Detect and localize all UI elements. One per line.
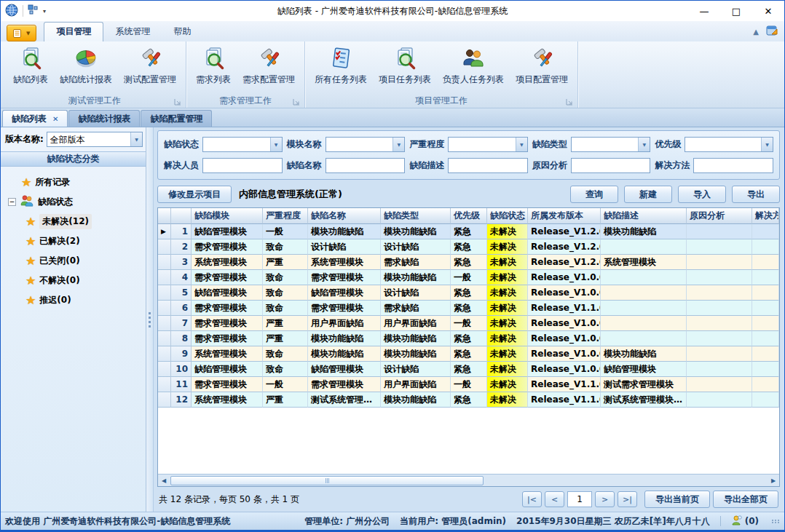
- ribbon-tab-1[interactable]: 项目管理: [44, 22, 103, 41]
- ribbon-button-1-3[interactable]: 测试配置管理: [119, 44, 181, 87]
- next-page-button[interactable]: >: [595, 491, 615, 507]
- column-header-10[interactable]: 解决方法: [752, 208, 779, 224]
- tree-expander-icon[interactable]: −: [8, 198, 16, 206]
- close-button[interactable]: ✕: [752, 1, 784, 20]
- tree-leaf-5[interactable]: ★推迟(0): [25, 290, 143, 310]
- column-header-8[interactable]: 缺陷描述: [601, 208, 687, 224]
- table-row[interactable]: 3系统管理模块严重系统管理模块需求缺陷紧急未解决Release_V1.2.0系统…: [158, 255, 779, 270]
- horizontal-scrollbar[interactable]: ◀ ▶: [158, 474, 779, 486]
- column-header-1[interactable]: 缺陷模块: [192, 208, 263, 224]
- filter-input-2-5[interactable]: [693, 158, 773, 173]
- tree-node-2[interactable]: −缺陷状态: [8, 192, 143, 212]
- filter-combobox-1-2[interactable]: [326, 137, 406, 152]
- table-row[interactable]: 11需求管理模块一般需求管理模块用户界面缺陷一般未解决Release_V1.1.…: [158, 377, 779, 392]
- table-row[interactable]: ▶1缺陷管理模块一般模块功能缺陷模块功能缺陷紧急未解决Release_V1.2.…: [158, 224, 779, 239]
- cell-缺陷类型: 设计缺陷: [381, 239, 451, 255]
- search-doc-icon: [393, 47, 417, 72]
- launcher-icon[interactable]: [174, 98, 181, 108]
- filter-input-2-1[interactable]: [202, 158, 283, 173]
- chevron-down-icon[interactable]: [130, 132, 142, 146]
- cell-严重程度: 致命: [263, 270, 308, 285]
- table-row[interactable]: 8需求管理模块严重模块功能缺陷模块功能缺陷紧急未解决Release_V1.0.0: [158, 331, 779, 346]
- application-menu-button[interactable]: ▼: [7, 25, 36, 41]
- help-window-icon[interactable]: [766, 25, 778, 39]
- tree-leaf-1[interactable]: ★未解决(12): [25, 212, 143, 231]
- column-header-6[interactable]: 缺陷状态: [487, 208, 528, 224]
- chevron-down-icon[interactable]: [638, 138, 650, 151]
- table-row[interactable]: 4需求管理模块致命需求管理模块模块功能缺陷一般未解决Release_V1.0.0: [158, 270, 779, 285]
- version-combobox[interactable]: 全部版本: [47, 132, 143, 147]
- maximize-button[interactable]: □: [720, 1, 752, 20]
- collapse-ribbon-icon[interactable]: ▲: [753, 28, 759, 36]
- column-header-2[interactable]: 严重程度: [263, 208, 308, 224]
- title-bar: ▾ 缺陷列表 - 广州爱奇迪软件科技有限公司-缺陷信息管理系统 — □ ✕: [1, 1, 784, 21]
- table-row[interactable]: 5缺陷管理模块致命缺陷管理模块设计缺陷紧急未解决Release_V1.0.0: [158, 285, 779, 301]
- tree-leaf-4[interactable]: ★不解决(0): [25, 271, 143, 290]
- chevron-down-icon[interactable]: [761, 138, 773, 151]
- action-button-1[interactable]: 查询: [570, 186, 618, 203]
- ribbon-button-1-2[interactable]: 缺陷统计报表: [55, 44, 117, 87]
- filter-combobox-1-4[interactable]: [571, 137, 651, 152]
- ribbon-button-2-1[interactable]: 需求列表: [191, 44, 236, 87]
- tree-leaf-2[interactable]: ★已解决(2): [25, 231, 143, 251]
- table-row[interactable]: 9系统管理模块致命模块功能缺陷模块功能缺陷紧急未解决Release_V1.0.0…: [158, 346, 779, 362]
- column-header-7[interactable]: 所属发布版本: [528, 208, 601, 224]
- scrollbar-thumb[interactable]: [170, 476, 484, 485]
- doc-tab-1[interactable]: 缺陷列表✕: [2, 110, 68, 127]
- filter-combobox-1-3[interactable]: [448, 137, 528, 152]
- close-tab-icon[interactable]: ✕: [52, 115, 58, 123]
- action-button-2[interactable]: 新建: [624, 186, 672, 203]
- prev-page-button[interactable]: <: [545, 491, 564, 507]
- modify-columns-button[interactable]: 修改显示项目: [157, 186, 232, 203]
- action-button-4[interactable]: 导出: [732, 186, 780, 203]
- page-number-input[interactable]: 1: [567, 491, 592, 507]
- filter-input-2-3[interactable]: [448, 158, 528, 173]
- chevron-down-icon[interactable]: [270, 138, 282, 151]
- scroll-right-icon[interactable]: ▶: [768, 475, 779, 486]
- quick-access-dropdown-icon[interactable]: ▾: [43, 8, 46, 15]
- launcher-icon[interactable]: [293, 98, 300, 108]
- table-row[interactable]: 7需求管理模块严重用户界面缺陷用户界面缺陷一般未解决Release_V1.0.0: [158, 316, 779, 331]
- ribbon-button-3-4[interactable]: 项目配置管理: [510, 44, 573, 87]
- cell-缺陷状态: 未解决: [487, 255, 528, 270]
- column-header-3[interactable]: 缺陷名称: [308, 208, 381, 224]
- minimize-button[interactable]: —: [688, 1, 720, 20]
- action-button-3[interactable]: 导入: [678, 186, 726, 203]
- column-header-4[interactable]: 缺陷类型: [381, 208, 451, 224]
- ribbon-button-1-1[interactable]: 缺陷列表: [8, 44, 53, 87]
- tree-node-1[interactable]: ★所有记录: [8, 172, 143, 192]
- resize-grip[interactable]: [772, 520, 780, 523]
- chevron-down-icon[interactable]: [516, 138, 527, 151]
- panel-splitter[interactable]: [146, 127, 154, 512]
- ribbon-button-3-3[interactable]: 负责人任务列表: [438, 44, 509, 87]
- table-row[interactable]: 12系统管理模块严重测试系统管理…模块功能缺陷紧急未解决Release_V1.1…: [158, 392, 779, 408]
- ribbon-tab-3[interactable]: 帮助: [162, 23, 202, 41]
- column-header-5[interactable]: 优先级: [451, 208, 487, 224]
- first-page-button[interactable]: |<: [522, 491, 542, 507]
- chevron-down-icon[interactable]: [392, 138, 404, 151]
- ribbon-button-3-2[interactable]: 项目任务列表: [374, 44, 436, 87]
- filter-input-2-2[interactable]: [326, 158, 406, 173]
- tree-leaf-3[interactable]: ★已关闭(0): [25, 251, 143, 271]
- export-all-pages-button[interactable]: 导出全部页: [713, 491, 778, 508]
- launcher-icon[interactable]: [566, 98, 573, 108]
- ribbon-button-3-1[interactable]: 所有任务列表: [309, 44, 372, 87]
- cell-所属发布版本: Release_V1.0.0: [528, 270, 601, 285]
- column-header-9[interactable]: 原因分析: [687, 208, 752, 224]
- filter-input-2-4[interactable]: [571, 158, 651, 173]
- filter-combobox-1-1[interactable]: [202, 137, 283, 152]
- cell-优先级: 紧急: [451, 301, 487, 316]
- export-current-page-button[interactable]: 导出当前页: [644, 491, 710, 508]
- table-row[interactable]: 6需求管理模块致命需求管理模块需求缺陷紧急未解决Release_V1.1.0: [158, 301, 779, 316]
- quick-access-icon[interactable]: [28, 4, 39, 17]
- ribbon-tab-2[interactable]: 系统管理: [103, 23, 162, 41]
- doc-tab-3[interactable]: 缺陷配置管理: [141, 110, 212, 127]
- doc-tab-2[interactable]: 缺陷统计报表: [68, 110, 140, 127]
- ribbon-button-2-2[interactable]: 需求配置管理: [237, 44, 300, 87]
- table-row[interactable]: 2需求管理模块致命设计缺陷设计缺陷紧急未解决Release_V1.2.0: [158, 239, 779, 255]
- cell-缺陷状态: 未解决: [487, 377, 528, 392]
- scroll-left-icon[interactable]: ◀: [158, 475, 170, 486]
- table-row[interactable]: 10缺陷管理模块致命缺陷管理模块设计缺陷紧急未解决Release_V1.0.0缺…: [158, 362, 779, 377]
- last-page-button[interactable]: >|: [618, 491, 637, 507]
- filter-combobox-1-5[interactable]: [685, 137, 773, 152]
